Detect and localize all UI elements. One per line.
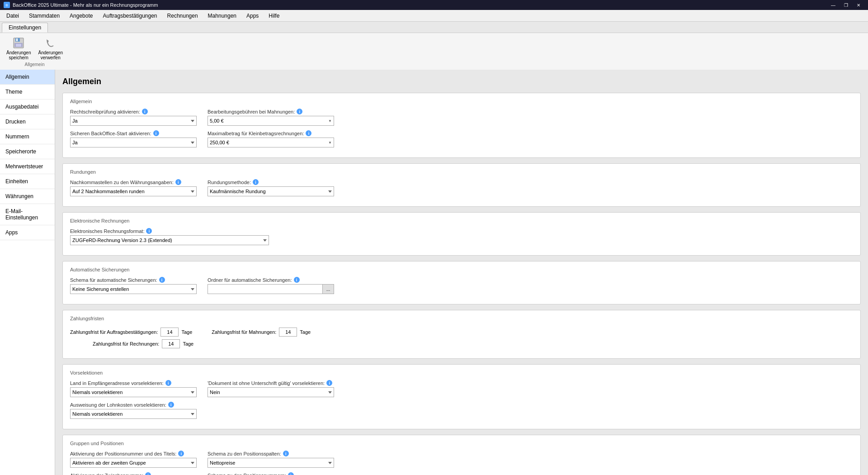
zahlungsfrist-rechnungen-label: Zahlungsfrist für Rechnungen: (70, 341, 159, 347)
bearbeitungsgebuehren-info-icon[interactable]: i (297, 109, 302, 114)
sidebar-item-email[interactable]: E-Mail-Einstellungen (0, 204, 55, 225)
section-vorselektionen-title: Vorselektionen (70, 370, 853, 375)
sidebar-item-allgemein[interactable]: Allgemein (0, 70, 55, 85)
toolbar: Änderungenspeichern Änderungenverwerfen … (0, 33, 868, 70)
zahlungsfrist-auftragsbestaetigung-input[interactable] (160, 328, 179, 337)
positionsspalten-info-icon[interactable]: i (283, 451, 289, 456)
app-icon: B (4, 2, 10, 8)
land-vorselektieren-label: Land in Empfängeradresse vorselektieren:… (70, 380, 197, 386)
sidebar-item-mehrwertsteuer[interactable]: Mehrwertsteuer (0, 159, 55, 174)
schema-sicherungen-field: Schema für automatische Sicherungen: i K… (70, 277, 197, 294)
svg-rect-4 (16, 44, 21, 47)
rundungsmethode-select[interactable]: Kaufmännische Rundung Mathematische Rund… (208, 186, 334, 196)
rechnungsformat-info-icon[interactable]: i (146, 228, 152, 234)
zahlungsfrist-rechnungen-input[interactable] (162, 339, 180, 348)
section-automatische-sicherungen: Automatische Sicherungen Schema für auto… (62, 261, 861, 304)
land-vorselektieren-info-icon[interactable]: i (165, 380, 171, 386)
ordner-path-input[interactable] (208, 284, 322, 294)
minimize-button[interactable]: — (827, 1, 839, 9)
positionsnummern-schema-label: Schema zu den Positionsnummern: i (208, 472, 334, 475)
sidebar-item-drucken[interactable]: Drucken (0, 114, 55, 129)
lohnkosten-label: Ausweisung der Lohnkosten vorselektieren… (70, 402, 197, 408)
save-button[interactable]: Änderungenspeichern (4, 36, 34, 61)
schema-sicherungen-select[interactable]: Keine Sicherung erstellen (70, 284, 197, 294)
sichernstart-field: Sicheren BackOffice-Start aktivieren: i … (70, 130, 197, 147)
unterschrift-info-icon[interactable]: i (326, 380, 332, 386)
zahlungsfrist-mahnungen-input[interactable] (279, 328, 297, 337)
title-bar: B BackOffice 2025 Ultimate - Mehr als nu… (0, 0, 868, 10)
maximalbetrag-label: Maximalbetrag für Kleinbetragsrechnungen… (208, 130, 334, 136)
tab-einstellungen[interactable]: Einstellungen (2, 23, 48, 33)
zahlungsfrist-auftragsbestaetigung-unit: Tage (181, 329, 192, 335)
nachkommastellen-label: Nachkommastellen zu den Währungsangaben:… (70, 179, 197, 185)
lohnkosten-field: Ausweisung der Lohnkosten vorselektieren… (70, 402, 197, 419)
lohnkosten-select[interactable]: Niemals vorselektieren (70, 409, 197, 419)
ordner-sicherungen-field: Ordner für automatische Sicherungen: i .… (208, 277, 334, 294)
section-elektronische-rechnungen: Elektronische Rechnungen Elektronisches … (62, 212, 861, 256)
allgemein-row1: Rechtschreibprüfung aktivieren: i Ja Nei… (70, 109, 853, 126)
allgemein-row2: Sicheren BackOffice-Start aktivieren: i … (70, 130, 853, 147)
ordner-input-row: ... (208, 284, 334, 294)
land-vorselektieren-select[interactable]: Niemals vorselektieren (70, 387, 197, 397)
positionsnummer-info-icon[interactable]: i (178, 451, 184, 456)
ordner-sicherungen-info-icon[interactable]: i (294, 277, 300, 283)
sidebar-item-apps[interactable]: Apps (0, 225, 55, 240)
sidebar-item-speicherorte[interactable]: Speicherorte (0, 144, 55, 159)
positionsnummer-select[interactable]: Aktivieren ab der zweiten Gruppe (70, 458, 197, 468)
lohnkosten-info-icon[interactable]: i (168, 402, 174, 408)
section-zahlungsfristen-title: Zahlungsfristen (70, 316, 853, 321)
unterschrift-vorselektieren-label: 'Dokument ist ohne Unterschrift gültig' … (208, 380, 334, 386)
tab-strip: Einstellungen (0, 22, 868, 33)
menu-rechnungen[interactable]: Rechnungen (163, 11, 203, 21)
maximize-button[interactable]: ❐ (840, 1, 852, 9)
nachkommastellen-select[interactable]: Auf 2 Nachkommastellen runden Auf 3 Nach… (70, 186, 197, 196)
zahlungsfrist-mahnungen-unit: Tage (300, 329, 311, 335)
zwischensumme-label: Aktivierung der Zwischensumme: i (70, 472, 197, 475)
zahlungsfrist-rechnungen-unit: Tage (183, 341, 193, 347)
zwischensumme-info-icon[interactable]: i (145, 472, 151, 475)
rechtschreibpruefung-label: Rechtschreibprüfung aktivieren: i (70, 109, 197, 114)
menu-auftragsbestaetigungen[interactable]: Auftragsbestätigungen (98, 11, 161, 21)
sicherungen-row1: Schema für automatische Sicherungen: i K… (70, 277, 853, 294)
section-rundungen: Rundungen Nachkommastellen zu den Währun… (62, 163, 861, 207)
maximalbetrag-info-icon[interactable]: i (306, 130, 311, 136)
maximalbetrag-input[interactable]: 250,00 € ▼ (208, 138, 334, 147)
nachkommastellen-field: Nachkommastellen zu den Währungsangaben:… (70, 179, 197, 196)
sichernstart-select[interactable]: Ja Nein (70, 138, 197, 147)
sidebar-item-nummern[interactable]: Nummern (0, 129, 55, 144)
rechnungsformat-field: Elektronisches Rechnungsformat: i ZUGFeR… (70, 228, 269, 245)
sidebar-item-theme[interactable]: Theme (0, 85, 55, 100)
bearbeitungsgebuehren-input[interactable]: 5,00 € ▼ (208, 116, 334, 126)
menu-mahnungen[interactable]: Mahnungen (203, 11, 241, 21)
menu-datei[interactable]: Datei (2, 11, 24, 21)
menu-hilfe[interactable]: Hilfe (264, 11, 284, 21)
sichernstart-info-icon[interactable]: i (153, 130, 159, 136)
menu-stammdaten[interactable]: Stammdaten (24, 11, 64, 21)
positionsnummern-schema-info-icon[interactable]: i (288, 472, 294, 475)
zahlungsfristen-right: Zahlungsfrist für Mahnungen: Tage (212, 328, 311, 339)
discard-button[interactable]: Änderungenverwerfen (36, 36, 66, 61)
section-gruppen-title: Gruppen und Positionen (70, 441, 853, 446)
gruppen-row1: Aktivierung der Positionsnummer und des … (70, 451, 853, 468)
sidebar-item-waehrungen[interactable]: Währungen (0, 189, 55, 204)
zahlungsfrist-mahnungen-label: Zahlungsfrist für Mahnungen: (212, 329, 276, 335)
rechtschreibpruefung-info-icon[interactable]: i (142, 109, 148, 114)
save-icon (11, 37, 26, 49)
bearbeitungsgebuehren-arrow-icon: ▼ (328, 119, 332, 123)
section-sicherungen-title: Automatische Sicherungen (70, 267, 853, 272)
rechtschreibpruefung-select[interactable]: Ja Nein (70, 116, 197, 126)
unterschrift-vorselektieren-select[interactable]: Nein Ja (208, 387, 334, 397)
schema-sicherungen-info-icon[interactable]: i (159, 277, 165, 283)
rechnungsformat-select[interactable]: ZUGFeRD-Rechnung Version 2.3 (Extended) (70, 235, 269, 245)
positionsspalten-select[interactable]: Nettopreise (208, 458, 334, 468)
nachkommastellen-info-icon[interactable]: i (175, 179, 181, 185)
menu-apps[interactable]: Apps (242, 11, 263, 21)
menu-angebote[interactable]: Angebote (65, 11, 97, 21)
browse-button[interactable]: ... (322, 284, 334, 294)
rundungsmethode-info-icon[interactable]: i (253, 179, 259, 185)
section-gruppen-positionen: Gruppen und Positionen Aktivierung der P… (62, 435, 861, 475)
sidebar-item-ausgabedatei[interactable]: Ausgabedatei (0, 100, 55, 114)
sidebar-item-einheiten[interactable]: Einheiten (0, 174, 55, 189)
close-button[interactable]: ✕ (853, 1, 864, 9)
title-bar-left: B BackOffice 2025 Ultimate - Mehr als nu… (4, 2, 158, 8)
